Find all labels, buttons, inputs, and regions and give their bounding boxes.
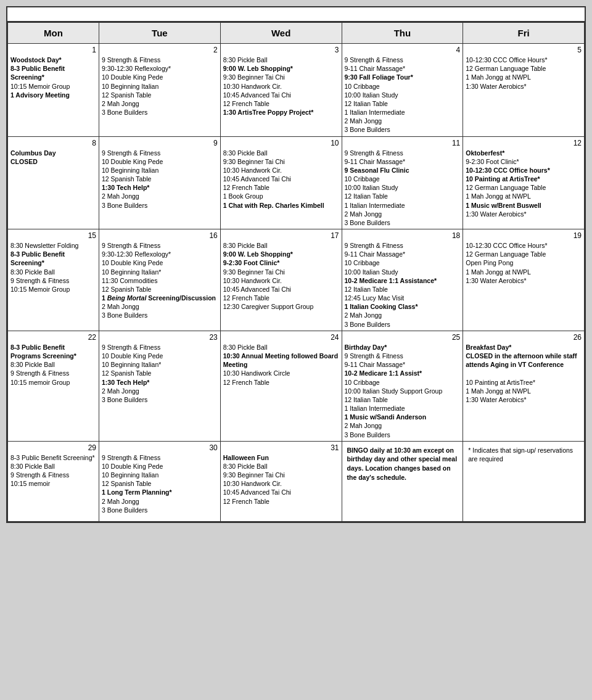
cell-date-number: 16 xyxy=(102,231,218,240)
cell-date-number: 22 xyxy=(10,333,96,342)
calendar-cell-22: 228-3 Public Benefit Programs Screening*… xyxy=(8,331,99,442)
cell-events: 9 Strength & Fitness9-11 Chair Massage*9… xyxy=(345,56,461,134)
bingo-note-cell: BINGO daily at 10:30 am except on birthd… xyxy=(342,442,464,522)
calendar-cell-4: 49 Strength & Fitness9-11 Chair Massage*… xyxy=(342,44,464,137)
cell-events: 9 Strength & Fitness9:30-12:30 Reflexolo… xyxy=(102,56,218,117)
cell-events: Halloween Fun8:30 Pickle Ball9:30 Beginn… xyxy=(223,453,339,506)
cell-events: 9 Strength & Fitness10 Double King Pede1… xyxy=(102,343,218,404)
cell-events: Woodstock Day*8-3 Public Benefit Screeni… xyxy=(10,56,96,99)
cell-events: 8:30 Pickle Ball9:00 W. Leb Shopping*9-2… xyxy=(223,241,339,311)
cell-events: 8:30 Pickle Ball10:30 Annual Meeting fol… xyxy=(223,343,339,387)
cell-events: 9 Strength & Fitness9-11 Chair Massage*9… xyxy=(345,149,461,228)
cell-date-number: 29 xyxy=(10,443,96,452)
cell-date-number: 24 xyxy=(223,333,339,342)
calendar-cell-30: 309 Strength & Fitness10 Double King Ped… xyxy=(99,442,221,522)
calendar-cell-2: 29 Strength & Fitness9:30-12:30 Reflexol… xyxy=(99,44,221,137)
cell-events: 9 Strength & Fitness9:30-12:30 Reflexolo… xyxy=(102,241,218,320)
calendar-cell-25: 25Birthday Day*9 Strength & Fitness9-11 … xyxy=(342,331,464,442)
day-header-mon: Mon xyxy=(8,22,99,44)
calendar-cell-16: 169 Strength & Fitness9:30-12:30 Reflexo… xyxy=(99,229,221,331)
cell-events: 8:30 Pickle Ball9:00 W. Leb Shopping*9:3… xyxy=(223,56,339,117)
calendar-cell-12: 12Oktoberfest*9-2:30 Foot Clinic*10-12:3… xyxy=(463,137,585,230)
cell-date-number: 25 xyxy=(345,333,461,342)
cell-date-number: 18 xyxy=(345,231,461,240)
calendar-title xyxy=(7,7,585,22)
cell-date-number: 31 xyxy=(223,443,339,452)
calendar-cell-29: 298-3 Public Benefit Screening*8:30 Pick… xyxy=(8,442,99,522)
cell-date-number: 30 xyxy=(102,443,218,452)
cell-date-number: 11 xyxy=(345,139,461,147)
calendar-cell-23: 239 Strength & Fitness10 Double King Ped… xyxy=(99,331,221,442)
cell-events: 10-12:30 CCC Office Hours*12 German Lang… xyxy=(466,56,582,91)
cell-events: 8-3 Public Benefit Programs Screening*8:… xyxy=(10,343,96,387)
calendar-cell-17: 178:30 Pickle Ball9:00 W. Leb Shopping*9… xyxy=(221,229,342,331)
cell-date-number: 1 xyxy=(10,46,96,54)
cell-date-number: 4 xyxy=(345,46,461,54)
cell-events: 8:30 Newsletter Folding8-3 Public Benefi… xyxy=(10,241,96,294)
cell-date-number: 26 xyxy=(466,333,582,342)
cell-events: 9 Strength & Fitness10 Double King Pede1… xyxy=(102,149,218,210)
cell-date-number: 15 xyxy=(10,231,96,240)
cell-date-number: 17 xyxy=(223,231,339,240)
cell-events: 9 Strength & Fitness10 Double King Pede1… xyxy=(102,453,218,514)
calendar-cell-15: 158:30 Newsletter Folding8-3 Public Bene… xyxy=(8,229,99,331)
cell-date-number: 12 xyxy=(466,139,582,147)
cell-date-number: 8 xyxy=(10,139,96,147)
cell-date-number: 2 xyxy=(102,46,218,54)
calendar-cell-3: 38:30 Pickle Ball9:00 W. Leb Shopping*9:… xyxy=(221,44,342,137)
calendar-cell-24: 248:30 Pickle Ball10:30 Annual Meeting f… xyxy=(221,331,342,442)
cell-events: Breakfast Day*CLOSED in the afternoon wh… xyxy=(466,343,582,404)
day-header-wed: Wed xyxy=(221,22,342,44)
calendar-wrapper: MonTueWedThuFri1Woodstock Day*8-3 Public… xyxy=(6,6,586,523)
calendar-cell-10: 108:30 Pickle Ball9:30 Beginner Tai Chi1… xyxy=(221,137,342,230)
calendar-cell-11: 119 Strength & Fitness9-11 Chair Massage… xyxy=(342,137,464,230)
cell-events: 8-3 Public Benefit Screening*8:30 Pickle… xyxy=(10,453,96,488)
day-header-tue: Tue xyxy=(99,22,221,44)
cell-events: Oktoberfest*9-2:30 Foot Clinic*10-12:30 … xyxy=(466,149,582,218)
cell-date-number: 9 xyxy=(102,139,218,147)
calendar-cell-19: 1910-12:30 CCC Office Hours*12 German La… xyxy=(463,229,585,331)
calendar-cell-8: 8Columbus DayCLOSED xyxy=(8,137,99,230)
cell-events: 8:30 Pickle Ball9:30 Beginner Tai Chi10:… xyxy=(223,149,339,210)
calendar-cell-31: 31Halloween Fun8:30 Pickle Ball9:30 Begi… xyxy=(221,442,342,522)
day-header-thu: Thu xyxy=(342,22,464,44)
cell-events: 10-12:30 CCC Office Hours*12 German Lang… xyxy=(466,241,582,285)
cell-date-number: 19 xyxy=(466,231,582,240)
cell-date-number: 5 xyxy=(466,46,582,54)
cell-date-number: 10 xyxy=(223,139,339,147)
calendar-cell-18: 189 Strength & Fitness9-11 Chair Massage… xyxy=(342,229,464,331)
calendar-grid: MonTueWedThuFri1Woodstock Day*8-3 Public… xyxy=(7,22,585,522)
calendar-cell-5: 510-12:30 CCC Office Hours*12 German Lan… xyxy=(463,44,585,137)
calendar-cell-26: 26Breakfast Day*CLOSED in the afternoon … xyxy=(463,331,585,442)
day-header-fri: Fri xyxy=(463,22,585,44)
cell-events: Columbus DayCLOSED xyxy=(10,149,96,166)
cell-date-number: 3 xyxy=(223,46,339,54)
calendar-cell-9: 99 Strength & Fitness10 Double King Pede… xyxy=(99,137,221,230)
cell-events: Birthday Day*9 Strength & Fitness9-11 Ch… xyxy=(345,343,461,439)
cell-events: 9 Strength & Fitness9-11 Chair Massage*1… xyxy=(345,241,461,329)
cell-date-number: 23 xyxy=(102,333,218,342)
asterisk-note-cell: * Indicates that sign-up/ reservations a… xyxy=(463,442,585,522)
calendar-cell-1: 1Woodstock Day*8-3 Public Benefit Screen… xyxy=(8,44,99,137)
